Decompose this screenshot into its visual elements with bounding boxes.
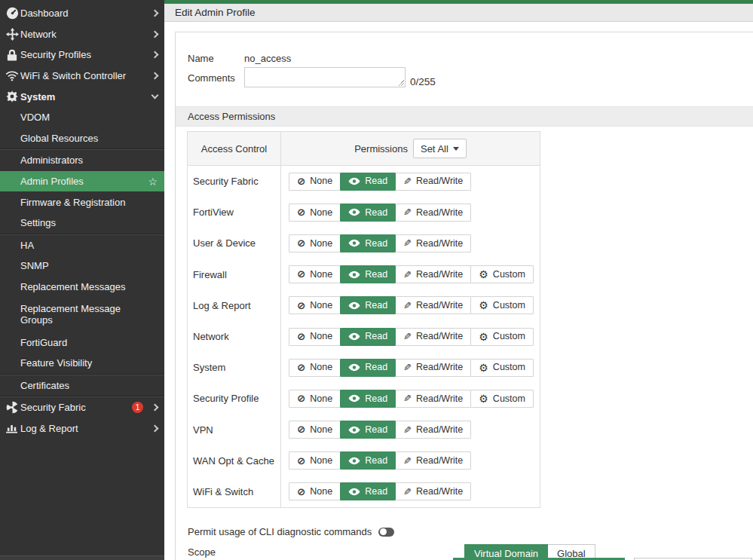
sidebar-item-wifi-switch-controller[interactable]: WiFi & Switch Controller bbox=[0, 66, 164, 87]
permission-readwrite-button[interactable]: ✎ Read/Write bbox=[395, 328, 471, 346]
column-header-access-control: Access Control bbox=[188, 132, 281, 165]
sidebar-item-firmware-registration[interactable]: Firmware & Registration ☆ bbox=[0, 191, 164, 213]
permission-read-button[interactable]: Read bbox=[340, 451, 396, 470]
sidebar-item-feature-visibility[interactable]: Feature Visibility ☆ bbox=[0, 353, 164, 374]
chevron-right-icon bbox=[152, 51, 159, 59]
sidebar-subitem-label: FortiGuard bbox=[20, 337, 158, 348]
permission-none-button[interactable]: ⊘ None bbox=[289, 482, 341, 500]
sidebar-item-security-fabric[interactable]: Security Fabric 1 bbox=[0, 397, 164, 418]
permission-none-button[interactable]: ⊘ None bbox=[289, 203, 341, 222]
eye-icon bbox=[348, 177, 360, 185]
ban-icon: ⊘ bbox=[297, 269, 305, 280]
permission-category-label: Log & Report bbox=[188, 290, 281, 321]
name-value: no_access bbox=[244, 53, 291, 64]
sidebar-item-replacement-message-groups[interactable]: Replacement Message Groups ☆ bbox=[0, 297, 164, 332]
permission-readwrite-button[interactable]: ✎ Read/Write bbox=[395, 203, 471, 222]
permission-none-button[interactable]: ⊘ None bbox=[289, 359, 341, 377]
eye-icon bbox=[348, 363, 360, 372]
permission-none-button[interactable]: ⊘ None bbox=[289, 173, 341, 191]
sidebar-item-replacement-messages[interactable]: Replacement Messages ☆ bbox=[0, 277, 164, 298]
eye-icon bbox=[348, 271, 360, 279]
permission-read-button[interactable]: Read bbox=[340, 359, 396, 377]
permission-readwrite-button[interactable]: ✎ Read/Write bbox=[395, 296, 471, 314]
permission-read-button[interactable]: Read bbox=[340, 173, 396, 191]
permission-category-label: Firewall bbox=[188, 259, 281, 290]
permission-none-button[interactable]: ⊘ None bbox=[289, 390, 341, 408]
permission-readwrite-button[interactable]: ✎ Read/Write bbox=[395, 451, 471, 470]
permission-none-button[interactable]: ⊘ None bbox=[289, 421, 341, 439]
ban-icon: ⊘ bbox=[297, 393, 305, 404]
sidebar-item-dashboard[interactable]: Dashboard bbox=[0, 3, 164, 24]
permission-custom-button[interactable]: ⚙ Custom bbox=[470, 265, 534, 283]
permission-row-system: System ⊘ None Read ✎ Read/Write ⚙ Custom bbox=[188, 352, 540, 383]
permission-row-log-report: Log & Report ⊘ None Read ✎ Read/Write ⚙ … bbox=[188, 290, 540, 321]
permission-none-button[interactable]: ⊘ None bbox=[289, 234, 341, 252]
permission-read-button[interactable]: Read bbox=[340, 328, 396, 346]
permission-custom-button[interactable]: ⚙ Custom bbox=[470, 390, 534, 408]
set-all-dropdown-button[interactable]: Set All bbox=[413, 139, 467, 158]
sidebar-item-settings[interactable]: Settings ☆ bbox=[0, 213, 164, 234]
dashboard-icon bbox=[4, 7, 20, 20]
chevron-right-icon bbox=[152, 10, 159, 17]
sidebar-item-snmp[interactable]: SNMP ☆ bbox=[0, 256, 164, 277]
comments-char-counter: 0/255 bbox=[410, 76, 436, 87]
pencil-icon: ✎ bbox=[403, 487, 412, 497]
sidebar-item-label: Security Profiles bbox=[20, 49, 148, 60]
permission-button-group: ⊘ None Read ✎ Read/Write ⚙ Custom bbox=[281, 352, 540, 383]
sidebar-item-certificates[interactable]: Certificates ☆ bbox=[0, 375, 164, 396]
permissions-header-label: Permissions bbox=[354, 143, 408, 155]
sidebar-item-global-resources[interactable]: Global Resources ☆ bbox=[0, 128, 164, 149]
permission-button-group: ⊘ None Read ✎ Read/Write ⚙ Custom bbox=[281, 290, 540, 321]
permission-none-button[interactable]: ⊘ None bbox=[289, 296, 341, 314]
permission-readwrite-button[interactable]: ✎ Read/Write bbox=[395, 421, 471, 439]
ban-icon: ⊘ bbox=[297, 363, 305, 373]
cli-diagnostic-toggle[interactable] bbox=[378, 528, 394, 537]
sidebar-item-network[interactable]: Network bbox=[0, 24, 164, 45]
comments-input[interactable] bbox=[244, 67, 406, 87]
permission-row-wan-opt-cache: WAN Opt & Cache ⊘ None Read ✎ Read/Write bbox=[188, 445, 540, 476]
permission-read-button[interactable]: Read bbox=[340, 482, 396, 500]
permission-read-button[interactable]: Read bbox=[340, 421, 396, 439]
sidebar-item-ha[interactable]: HA ☆ bbox=[0, 235, 164, 256]
permission-read-button[interactable]: Read bbox=[340, 265, 396, 283]
permission-read-button[interactable]: Read bbox=[340, 203, 396, 222]
sidebar-item-administrators[interactable]: Administrators ☆ bbox=[0, 150, 164, 171]
permission-none-button[interactable]: ⊘ None bbox=[289, 451, 341, 470]
permission-custom-button[interactable]: ⚙ Custom bbox=[470, 296, 534, 314]
permission-readwrite-button[interactable]: ✎ Read/Write bbox=[395, 390, 471, 408]
pencil-icon: ✎ bbox=[403, 270, 412, 280]
permission-readwrite-button[interactable]: ✎ Read/Write bbox=[395, 234, 471, 252]
eye-icon bbox=[348, 301, 360, 310]
pencil-icon: ✎ bbox=[403, 238, 412, 248]
star-icon[interactable]: ☆ bbox=[148, 176, 158, 187]
sidebar-item-fortiguard[interactable]: FortiGuard ☆ bbox=[0, 332, 164, 353]
eye-icon bbox=[348, 457, 360, 465]
permission-none-button[interactable]: ⊘ None bbox=[289, 265, 341, 283]
pencil-icon: ✎ bbox=[403, 176, 412, 186]
permission-readwrite-button[interactable]: ✎ Read/Write bbox=[395, 482, 471, 500]
permission-button-group: ⊘ None Read ✎ Read/Write ⚙ Custom bbox=[281, 321, 540, 352]
sidebar-item-vdom[interactable]: VDOM ☆ bbox=[0, 107, 164, 128]
pencil-icon: ✎ bbox=[403, 393, 412, 403]
scope-virtual-domain-button[interactable]: Virtual Domain bbox=[464, 544, 548, 560]
permission-read-button[interactable]: Read bbox=[340, 234, 396, 252]
sidebar-item-system[interactable]: System bbox=[0, 86, 164, 107]
permission-readwrite-button[interactable]: ✎ Read/Write bbox=[395, 359, 471, 377]
permission-read-button[interactable]: Read bbox=[340, 390, 396, 408]
permission-category-label: VPN bbox=[188, 415, 281, 445]
sidebar-item-admin-profiles[interactable]: Admin Profiles ☆ bbox=[0, 171, 164, 192]
permission-read-button[interactable]: Read bbox=[340, 296, 396, 314]
sidebar-item-log-report[interactable]: Log & Report bbox=[0, 418, 164, 439]
permission-category-label: Security Profile bbox=[188, 383, 281, 414]
permission-custom-button[interactable]: ⚙ Custom bbox=[470, 359, 534, 377]
sidebar-item-security-profiles[interactable]: Security Profiles bbox=[0, 44, 164, 66]
permission-button-group: ⊘ None Read ✎ Read/Write bbox=[281, 445, 540, 476]
chevron-right-icon bbox=[152, 30, 159, 38]
permission-readwrite-button[interactable]: ✎ Read/Write bbox=[395, 265, 471, 283]
sidebar-subitem-label: Settings bbox=[20, 217, 158, 228]
permission-readwrite-button[interactable]: ✎ Read/Write bbox=[395, 173, 471, 191]
permission-none-button[interactable]: ⊘ None bbox=[289, 328, 341, 346]
eye-icon bbox=[348, 488, 360, 496]
permission-custom-button[interactable]: ⚙ Custom bbox=[470, 328, 534, 346]
pencil-icon: ✎ bbox=[403, 456, 412, 466]
